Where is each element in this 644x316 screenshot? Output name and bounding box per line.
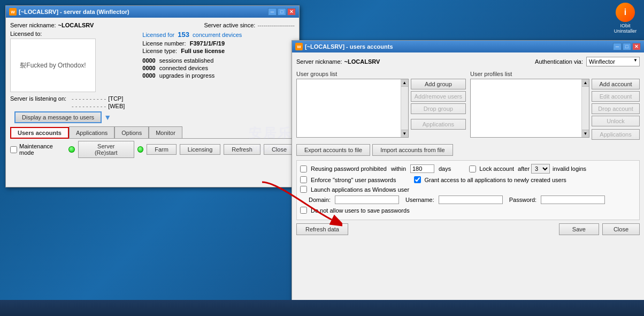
reusing-checkbox[interactable] <box>300 165 307 172</box>
lock-account-checkbox[interactable] <box>469 165 476 172</box>
username-label: Username: <box>405 197 434 203</box>
refresh-btn[interactable]: Refresh <box>224 144 260 155</box>
enforce-label: Enforce "strong" user passwords <box>311 177 396 183</box>
licensed-to-label: Licensed to: <box>10 31 137 37</box>
drop-group-btn[interactable]: Drop group <box>411 103 466 114</box>
tcp-tag: [TCP] <box>108 95 123 102</box>
display-msg-dropdown[interactable]: ▼ <box>104 113 111 122</box>
server-window-icon: W <box>9 8 17 16</box>
groups-scrollbar-down[interactable]: ▼ <box>401 130 408 137</box>
users-window-title: [~LOCALSRV] - users accounts <box>305 43 393 50</box>
domain-label: Domain: <box>309 197 331 203</box>
iobit-label: IObitUninstaller <box>612 23 639 34</box>
profiles-scrollbar-down[interactable]: ▼ <box>582 130 589 137</box>
groups-buttons: Add group Add/remove users Drop group Ap… <box>411 79 466 138</box>
user-groups-panel: User groups list ▲ ▼ Add group Add/remov… <box>296 71 466 140</box>
users-close-action-btn[interactable]: Close <box>602 223 640 235</box>
reusing-days-input[interactable] <box>410 164 434 173</box>
domain-input[interactable] <box>335 195 399 204</box>
farm-btn[interactable]: Farm <box>147 144 177 155</box>
iobit-logo: i <box>616 3 635 22</box>
upgrades-count: 0000 <box>142 72 155 79</box>
tab-options[interactable]: Options <box>114 126 149 138</box>
licensing-btn[interactable]: Licensing <box>180 144 220 155</box>
server-titlebar: W [~LOCALSRV] - server data (Winflector)… <box>6 6 299 18</box>
groups-list[interactable]: ▲ ▼ <box>296 79 409 138</box>
add-remove-users-btn[interactable]: Add/remove users <box>411 91 466 102</box>
server-close-btn[interactable]: ✕ <box>287 8 296 16</box>
tab-applications[interactable]: Applications <box>69 126 114 138</box>
licensed-for-text: concurrent devices <box>193 32 242 38</box>
profiles-scrollbar-up[interactable]: ▲ <box>582 79 589 87</box>
active-since-label: Server active since: <box>204 22 255 28</box>
sessions-count: 0000 <box>142 57 155 64</box>
profiles-list[interactable]: ▲ ▼ <box>470 79 589 138</box>
reusing-within: within <box>391 165 406 172</box>
lock-value-select[interactable]: 3510 <box>531 164 550 174</box>
license-type-label: License type: <box>142 48 177 54</box>
auth-select-wrapper: Winflector Windows LDAP <box>586 57 640 66</box>
reusing-label: Reusing password prohibited <box>311 165 387 172</box>
username-input[interactable] <box>439 195 503 204</box>
nickname-value: ~LOCALSRV <box>58 22 94 28</box>
auth-select[interactable]: Winflector Windows LDAP <box>586 57 640 66</box>
users-minimize-btn[interactable]: ─ <box>613 43 622 50</box>
licensed-for-count: 153 <box>178 31 189 39</box>
groups-scrollbar-up[interactable]: ▲ <box>401 79 408 87</box>
users-maximize-btn[interactable]: □ <box>623 43 631 50</box>
nickname-label: Server nickname: <box>10 22 56 28</box>
web-tag: [WEB] <box>108 103 125 109</box>
license-number-label: License number: <box>142 40 186 47</box>
unlock-btn[interactable]: Unlock <box>592 116 640 126</box>
password-input[interactable] <box>541 195 605 204</box>
users-close-btn[interactable]: ✕ <box>632 43 641 50</box>
no-save-label: Do not allow users to save passwords <box>311 207 410 214</box>
iobit-icon[interactable]: i IObitUninstaller <box>612 3 639 34</box>
profiles-buttons: Add account Edit account Drop account Un… <box>592 79 640 140</box>
save-btn[interactable]: Save <box>559 223 599 235</box>
lock-after: after <box>518 165 530 172</box>
active-since-value: ------------------- <box>257 22 295 28</box>
reusing-days-unit: days <box>439 165 451 172</box>
devices-label: connected devices <box>159 65 208 71</box>
lock-label: Lock account <box>479 165 514 172</box>
devices-count: 0000 <box>142 65 155 71</box>
maintenance-status-dot <box>68 146 74 153</box>
grant-access-checkbox[interactable] <box>414 176 421 183</box>
tab-monitor[interactable]: Monitor <box>149 126 182 138</box>
enforce-strong-checkbox[interactable] <box>300 176 307 183</box>
license-type-value: Full use license <box>181 48 225 54</box>
bottom-action-row: Refresh data Save Close <box>296 223 640 235</box>
export-import-row: Export accounts to file Import accounts … <box>296 144 640 156</box>
server-close-action-btn[interactable]: Close <box>264 144 295 155</box>
grant-label: Grant access to all applications to newl… <box>424 177 566 183</box>
logo-text: 裂Fucked by Orthodox! <box>20 61 86 70</box>
drop-account-btn[interactable]: Drop account <box>592 103 640 114</box>
import-accounts-btn[interactable]: Import accounts from file <box>372 144 453 156</box>
export-accounts-btn[interactable]: Export accounts to file <box>296 144 370 156</box>
applications-btn2[interactable]: Applications <box>592 129 640 140</box>
launch-windows-checkbox[interactable] <box>300 186 307 193</box>
restart-btn[interactable]: Server (Re)start <box>78 141 134 158</box>
upgrades-label: upgrades in progress <box>159 72 214 79</box>
users-window-icon: W <box>295 43 303 50</box>
server-minimize-btn[interactable]: ─ <box>268 8 277 16</box>
maintenance-checkbox[interactable] <box>10 146 17 153</box>
taskbar <box>0 300 644 316</box>
server-maximize-btn[interactable]: □ <box>278 8 286 16</box>
add-account-btn[interactable]: Add account <box>592 79 640 89</box>
no-save-passwords-checkbox[interactable] <box>300 207 307 214</box>
refresh-data-btn[interactable]: Refresh data <box>296 223 348 235</box>
sessions-label: sessions established <box>159 57 214 64</box>
licensed-for-label: Licensed for <box>142 32 174 38</box>
logo-box: 裂Fucked by Orthodox! <box>10 39 96 92</box>
display-message-btn[interactable]: Display a message to users <box>14 111 102 123</box>
users-accounts-window: W [~LOCALSRV] - users accounts ─ □ ✕ Ser… <box>292 40 644 313</box>
applications-btn1[interactable]: Applications <box>411 119 466 130</box>
launch-label: Launch applications as Windows user <box>311 186 409 193</box>
tab-users-accounts[interactable]: Users accounts <box>10 127 69 139</box>
edit-account-btn[interactable]: Edit account <box>592 91 640 102</box>
server-window-title: [~LOCALSRV] - server data (Winflector) <box>19 9 129 15</box>
user-profiles-panel: User profiles list ▲ ▼ Add account Edit … <box>470 71 640 140</box>
add-group-btn[interactable]: Add group <box>411 79 466 89</box>
